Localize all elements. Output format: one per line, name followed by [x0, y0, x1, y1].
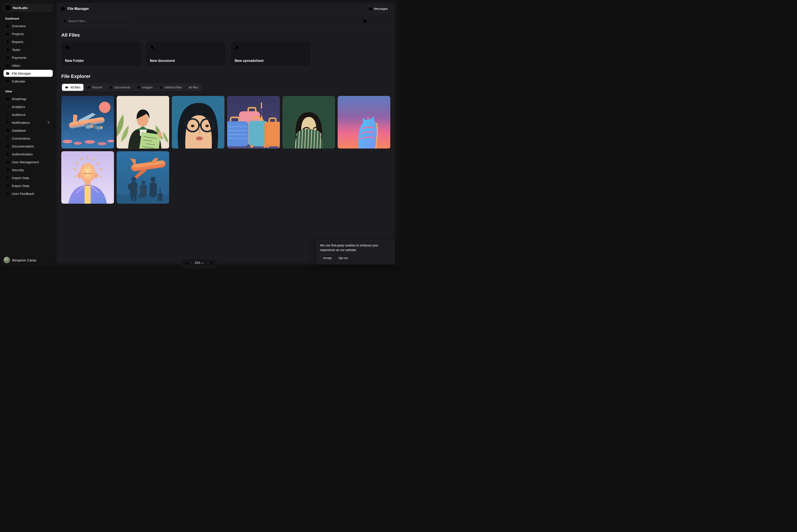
notifications-count-badge: 4 [46, 120, 51, 125]
new-document-card[interactable]: New document [146, 41, 225, 66]
app-root: NuxtLabs Dashboard Overview Projects Rep… [0, 0, 399, 266]
file-chart-icon [6, 40, 10, 44]
team-switcher[interactable]: NuxtLabs [3, 3, 53, 12]
file-icon [150, 45, 155, 50]
team-name: NuxtLabs [13, 6, 45, 10]
file-thumbnail-turtleneck-portrait[interactable] [283, 96, 335, 149]
chevron-up-down-icon [48, 6, 51, 10]
all-files-heading: All Files [61, 32, 390, 38]
tab-images[interactable]: Images [134, 84, 156, 91]
search-icon [63, 19, 67, 23]
sidebar-item-authentication[interactable]: Authentication [3, 151, 53, 157]
devtools-pill[interactable]: 243 ms [181, 259, 218, 268]
nav-dashboard: Overview Projects Reports Tasks Payments… [3, 22, 53, 85]
sidebar-item-export-data[interactable]: Export Data [3, 182, 53, 189]
latency-readout: 243 ms [195, 261, 204, 264]
sidebar-item-tasks[interactable]: Tasks [3, 46, 53, 53]
users-icon [6, 176, 10, 180]
tab-all-files-plain[interactable]: all files [186, 84, 201, 91]
home-icon [6, 24, 10, 28]
nav-other: Roadmap Analytics Audience Notifications… [3, 95, 53, 197]
sidebar-item-inbox[interactable]: Inbox [3, 62, 53, 69]
clock-icon [87, 86, 91, 89]
sidebar-item-overview[interactable]: Overview [3, 22, 53, 30]
messages-button[interactable]: Messages [366, 5, 391, 12]
book-open-icon [6, 144, 10, 148]
user-menu[interactable]: Benjamin Canac [0, 254, 56, 266]
bar-chart-icon [6, 105, 10, 109]
sidebar-item-user-feedback[interactable]: User Feedback [3, 190, 53, 197]
sidebar-item-audience[interactable]: Audience [3, 111, 53, 118]
list-view-icon[interactable] [375, 19, 379, 23]
sidebar-item-database[interactable]: Database [3, 127, 53, 134]
accept-button[interactable]: Accept [320, 255, 334, 261]
users-icon [6, 113, 10, 116]
collapse-sidebar-icon[interactable] [60, 6, 65, 11]
sidebar-item-connections[interactable]: Connections [3, 135, 53, 142]
sidebar: NuxtLabs Dashboard Overview Projects Rep… [0, 0, 56, 266]
search-input[interactable] [68, 19, 128, 23]
nuxt-logo-icon [185, 261, 189, 265]
sidebar-item-calendar[interactable]: Calendar [3, 78, 53, 85]
sidebar-item-documentation[interactable]: Documentation [3, 142, 53, 150]
sidebar-item-analytics[interactable]: Analytics [3, 103, 53, 110]
opt-out-button[interactable]: Opt out [339, 256, 348, 260]
main-panel: File Manager Messages All Files New Fold… [57, 3, 395, 263]
section-label-dashboard: Dashboard [5, 17, 51, 20]
folder-icon [6, 71, 10, 75]
devtools-divider [206, 261, 207, 264]
folder-icon [6, 32, 10, 36]
page-title: File Manager [68, 7, 364, 11]
sidebar-item-roadmap[interactable]: Roadmap [3, 95, 53, 102]
sidebar-item-projects[interactable]: Projects [3, 30, 53, 37]
folder-icon [65, 45, 70, 50]
file-thumbnail-meditation[interactable] [61, 151, 114, 204]
search-box[interactable] [60, 17, 131, 25]
circle-check-icon [6, 48, 10, 52]
tab-recent[interactable]: Recent [84, 84, 106, 91]
bell-icon [6, 184, 10, 188]
file-thumbnail-luggage-paris[interactable] [227, 96, 280, 149]
tab-documents[interactable]: Documents [106, 84, 133, 91]
file-thumbnail-man-blueprint[interactable] [117, 96, 169, 149]
cookie-message: We use first-party cookies to enhance yo… [320, 243, 391, 252]
sidebar-item-file-manager[interactable]: File Manager [3, 70, 53, 77]
file-spreadsheet-icon [235, 45, 239, 50]
cookie-banner: We use first-party cookies to enhance yo… [316, 240, 395, 264]
chat-icon [6, 192, 10, 195]
sidebar-item-security[interactable]: Security [3, 166, 53, 173]
trash-icon [159, 86, 163, 89]
inbox-icon [6, 63, 10, 68]
quick-actions: New Folder New document New spreadsheet [61, 41, 390, 66]
new-spreadsheet-card[interactable]: New spreadsheet [231, 41, 310, 66]
ellipsis-vertical-icon[interactable] [49, 258, 53, 262]
panel-header: File Manager Messages [57, 3, 394, 15]
file-explorer-tabs: All files Recent Documents Images Delete… [61, 83, 202, 92]
sidebar-item-reports[interactable]: Reports [3, 38, 53, 45]
mail-icon [369, 7, 372, 11]
cookie-actions: Accept Opt out [320, 255, 391, 261]
sidebar-item-user-management[interactable]: User Management [3, 158, 53, 166]
folder-icon [6, 160, 10, 164]
sidebar-item-payments[interactable]: Payments [3, 54, 53, 61]
folder-open-icon [65, 86, 69, 89]
file-thumbnail-travelers-airplane[interactable] [117, 151, 169, 204]
user-name: Benjamin Canac [12, 258, 47, 262]
file-thumbnail-airplane-dusk[interactable] [61, 96, 114, 149]
bell-icon [6, 120, 10, 125]
database-icon [6, 128, 10, 132]
settings-gear-icon[interactable] [363, 19, 367, 23]
image-icon [137, 86, 140, 89]
file-thumbnail-tiger-gradient[interactable] [338, 96, 391, 149]
sidebar-item-import-data[interactable]: Import Data [3, 174, 53, 181]
toolbar [57, 15, 394, 27]
tab-deleted-files[interactable]: Deleted files [156, 84, 185, 91]
inspect-target-icon[interactable] [210, 261, 214, 265]
file-thumbnail-woman-glasses[interactable] [172, 96, 224, 149]
add-new-icon[interactable] [386, 19, 391, 23]
circle-check-icon [6, 168, 10, 172]
sidebar-item-notifications[interactable]: Notifications4 [3, 119, 53, 126]
new-folder-card[interactable]: New Folder [61, 41, 141, 66]
tab-all-files[interactable]: All files [62, 84, 84, 91]
file-grid [61, 96, 391, 204]
